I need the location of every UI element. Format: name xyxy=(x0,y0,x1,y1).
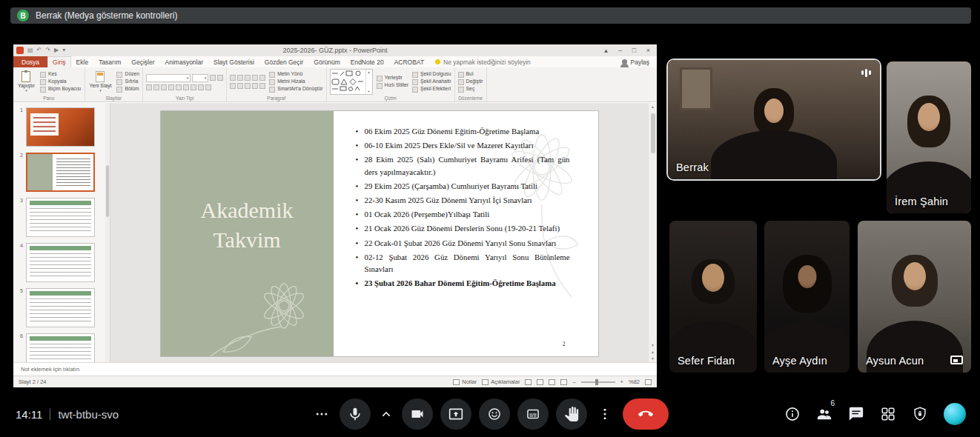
qat-customize-icon[interactable]: ▾ xyxy=(62,47,65,53)
underline-icon[interactable] xyxy=(161,84,167,90)
font-color-icon[interactable] xyxy=(205,84,211,90)
ribbon-button[interactable]: Yerleştir xyxy=(377,76,408,81)
ppt-tab[interactable]: ACROBAT xyxy=(389,56,429,67)
video-tile-berrak[interactable]: Berrak xyxy=(668,60,880,179)
zoom-slider-handle[interactable] xyxy=(595,379,598,385)
ppt-share-button[interactable]: Paylaş xyxy=(622,56,657,67)
overflow-controls-button[interactable] xyxy=(311,398,332,430)
notes-bar[interactable]: Not eklemek için tıklatın xyxy=(13,362,657,376)
scrollbar-thumb[interactable] xyxy=(651,113,655,153)
start-slideshow-icon[interactable]: ▶ xyxy=(54,47,59,53)
ppt-tab[interactable]: Geçişler xyxy=(126,56,159,67)
ribbon-button[interactable]: Şekil Anahattı xyxy=(412,79,451,85)
slide-sorter-icon[interactable] xyxy=(537,379,543,385)
ppt-tab[interactable]: Giriş xyxy=(47,56,70,67)
normal-view-icon[interactable] xyxy=(525,379,532,385)
ppt-tab[interactable]: Görünüm xyxy=(308,56,345,67)
scroll-up-icon[interactable]: ▲ xyxy=(651,104,655,109)
ribbon-button[interactable]: Bul xyxy=(458,72,483,78)
ribbon-button[interactable]: Metin Yönü xyxy=(269,72,322,78)
ribbon-button[interactable]: Seç xyxy=(458,87,483,93)
end-call-button[interactable] xyxy=(623,398,669,430)
shrink-font-icon[interactable] xyxy=(217,75,223,81)
slide-thumbnail-panel[interactable]: 1 2 3 4 xyxy=(13,103,110,362)
ribbon-button[interactable]: Sıfırla xyxy=(116,79,139,85)
raise-hand-button[interactable] xyxy=(556,398,587,430)
ribbon-button[interactable]: Değiştir xyxy=(458,79,483,85)
shape-gallery[interactable]: ▲▾ xyxy=(330,69,373,95)
bullet-list-icon[interactable] xyxy=(230,75,236,81)
camera-button[interactable] xyxy=(402,398,433,430)
ribbon-button[interactable]: Metni Hizala xyxy=(269,79,322,85)
next-slide-icon[interactable]: ▼ xyxy=(651,356,655,361)
paste-button[interactable]: Yapıştır ▾ xyxy=(16,69,36,95)
chat-button[interactable] xyxy=(848,406,864,422)
tell-me-search[interactable]: Ne yapmak istediğinizi söyleyin xyxy=(435,56,531,67)
slide-canvas[interactable]: Akademik Takvim xyxy=(161,111,598,356)
slide-thumbnail[interactable] xyxy=(26,288,95,327)
ppt-tab[interactable]: EndNote 20 xyxy=(345,56,389,67)
zoom-level[interactable]: %82 xyxy=(629,378,640,385)
align-center-icon[interactable] xyxy=(237,83,243,89)
maximize-button[interactable]: □ xyxy=(627,44,641,56)
undo-icon[interactable]: ↶ xyxy=(37,47,42,53)
align-left-icon[interactable] xyxy=(230,83,236,89)
slide-thumbnail[interactable] xyxy=(26,153,95,192)
ppt-tab[interactable]: Animasyonlar xyxy=(160,56,209,67)
slide-thumbnail[interactable] xyxy=(26,198,95,237)
video-tile-aysun[interactable]: Aysun Acun xyxy=(858,221,971,373)
ribbon-button[interactable]: Biçim Boyacısı xyxy=(40,87,82,93)
decrease-indent-icon[interactable] xyxy=(245,75,251,81)
thumbnail-scrollbar[interactable] xyxy=(105,103,110,362)
previous-slide-icon[interactable]: ▲ xyxy=(651,350,655,354)
strikethrough-icon[interactable] xyxy=(168,84,174,90)
present-button[interactable] xyxy=(440,398,471,430)
comments-toggle[interactable]: Açıklamalar xyxy=(482,378,520,385)
increase-indent-icon[interactable] xyxy=(252,75,258,81)
editor-scrollbar[interactable]: ▲ ▼ ▲ ▼ xyxy=(648,103,657,362)
reading-view-icon[interactable] xyxy=(549,379,555,385)
ribbon-button[interactable]: Düzen xyxy=(116,72,139,78)
change-case-icon[interactable] xyxy=(191,84,196,90)
ppt-tab[interactable]: Dosya xyxy=(13,56,47,67)
participants-button[interactable]: 6 xyxy=(816,406,832,422)
new-slide-button[interactable]: Yeni Slayt ▾ xyxy=(88,69,113,95)
slide-thumbnail[interactable] xyxy=(26,333,95,362)
zoom-in-icon[interactable]: + xyxy=(620,378,623,385)
reactions-button[interactable] xyxy=(479,398,510,430)
character-spacing-icon[interactable] xyxy=(183,84,189,90)
ppt-tab[interactable]: Tasarım xyxy=(93,56,126,67)
slide-thumbnail[interactable] xyxy=(26,107,95,147)
ribbon-button[interactable]: Kopyala xyxy=(40,79,82,85)
captions-button[interactable] xyxy=(517,398,549,430)
ribbon-button[interactable]: SmartArt'a Dönüştür xyxy=(269,87,322,93)
minimize-button[interactable]: – xyxy=(613,44,627,56)
shadow-icon[interactable] xyxy=(176,84,182,90)
line-spacing-icon[interactable] xyxy=(259,75,265,81)
gallery-scroll[interactable]: ▲▾ xyxy=(365,70,372,94)
zoom-slider[interactable] xyxy=(581,381,615,383)
host-controls-button[interactable] xyxy=(912,406,928,422)
ribbon-display-icon[interactable]: ▴ xyxy=(599,44,613,56)
slide-thumbnail[interactable] xyxy=(26,243,95,282)
slideshow-view-icon[interactable] xyxy=(560,379,567,385)
numbered-list-icon[interactable] xyxy=(237,75,243,81)
ppt-tab[interactable]: Ekle xyxy=(71,56,94,67)
shared-screen-powerpoint[interactable]: ▤ ↶ ↷ ▶ ▾ 2025-2026- GÜZ.pptx - PowerPoi… xyxy=(13,44,657,387)
redo-icon[interactable]: ↷ xyxy=(45,47,50,53)
ribbon-button[interactable]: Hızlı Stiller xyxy=(377,83,408,89)
align-right-icon[interactable] xyxy=(245,83,251,89)
microphone-button[interactable] xyxy=(340,398,371,430)
ribbon-button[interactable]: Şekil Dolgusu xyxy=(412,72,451,78)
save-icon[interactable]: ▤ xyxy=(27,47,33,53)
video-tile-ayse[interactable]: Ayşe Aydın xyxy=(764,221,850,373)
fit-to-window-icon[interactable] xyxy=(645,379,652,385)
more-options-button[interactable] xyxy=(595,398,615,430)
highlight-icon[interactable] xyxy=(198,84,204,90)
italic-icon[interactable] xyxy=(153,84,159,90)
font-size-select[interactable]: ▾ xyxy=(192,74,208,82)
grow-font-icon[interactable] xyxy=(210,75,216,81)
columns-icon[interactable] xyxy=(259,83,265,89)
video-tile-sefer[interactable]: Sefer Fidan xyxy=(669,221,757,373)
ppt-tab[interactable]: Slayt Gösterisi xyxy=(208,56,259,67)
